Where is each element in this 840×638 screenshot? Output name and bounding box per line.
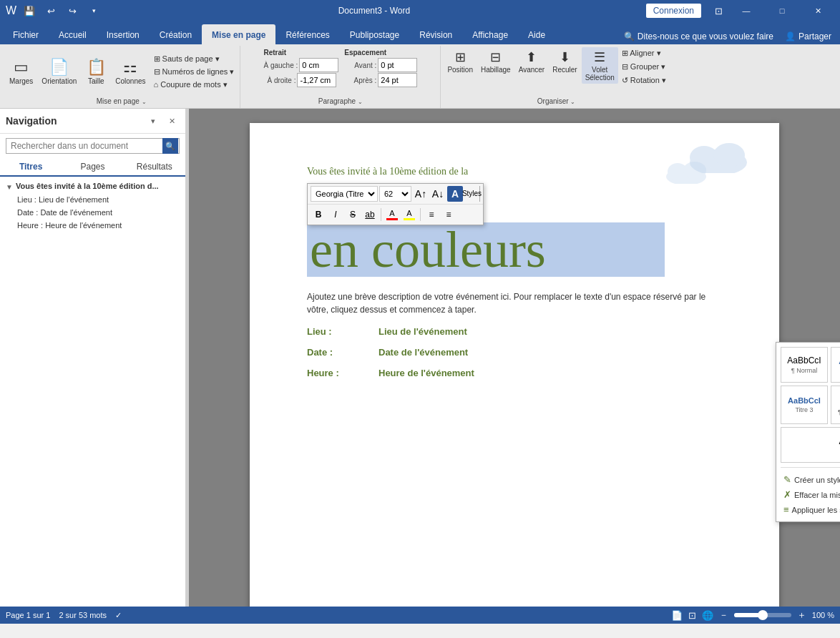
nav-tab-titres[interactable]: Titres	[0, 158, 62, 177]
nav-panel-close[interactable]: ✕	[164, 113, 180, 129]
nav-tab-pages[interactable]: Pages	[62, 158, 123, 175]
navigation-panel: Navigation ▾ ✕ 🔍 Titres Pages Résultats …	[0, 109, 186, 607]
qat-save[interactable]: 💾	[21, 2, 38, 19]
zoom-slider[interactable]	[734, 613, 791, 617]
close-button[interactable]: ✕	[801, 0, 834, 21]
a-gauche-input[interactable]	[299, 58, 338, 72]
taille-button[interactable]: 📋 Taille	[82, 56, 110, 87]
appliquer-styles-action[interactable]: ≡ Appliquer les styles...	[781, 502, 840, 517]
font-shrink-button[interactable]: A↓	[430, 186, 446, 202]
style-titre1[interactable]: AaBbC Titre 1	[831, 347, 840, 383]
nav-tree-item-lieu[interactable]: Lieu : Lieu de l'événement	[0, 193, 185, 206]
styles-button[interactable]: Styles	[464, 186, 480, 202]
tab-publipostage[interactable]: Publipostage	[340, 24, 409, 44]
bullet-list-button[interactable]: ≡	[424, 207, 439, 222]
strikethrough-button[interactable]: S	[345, 207, 361, 222]
qat-redo[interactable]: ↪	[64, 2, 81, 19]
font-grow-button[interactable]: A↑	[413, 186, 429, 202]
font-size-select[interactable]: 62	[379, 186, 411, 202]
doc-title-line2-selected[interactable]: en couleurs	[307, 222, 665, 277]
tab-accueil[interactable]: Accueil	[49, 24, 97, 44]
grouper-button[interactable]: ⊟ Grouper ▾	[619, 61, 669, 73]
zoom-out-button[interactable]: －	[719, 609, 728, 622]
ribbon-search-label: Dites-nous ce que vous voulez faire	[638, 31, 773, 41]
search-icon: 🔍	[624, 31, 635, 41]
nav-panel-menu[interactable]: ▾	[145, 113, 161, 129]
zoom-slider-thumb[interactable]	[758, 610, 768, 620]
tab-insertion[interactable]: Insertion	[97, 24, 150, 44]
underline-button[interactable]: ab	[362, 207, 378, 222]
volet-selection-button[interactable]: ☰ Volet Sélection	[582, 47, 618, 84]
apres-input[interactable]	[378, 73, 417, 87]
tab-references[interactable]: Références	[275, 24, 339, 44]
ribbon-search-box[interactable]: 🔍 Dites-nous ce que vous voulez faire	[618, 29, 779, 44]
zoom-in-button[interactable]: ＋	[797, 609, 806, 622]
position-button[interactable]: ⊞ Position	[444, 47, 477, 76]
italic-button[interactable]: I	[328, 207, 343, 222]
font-family-select[interactable]: Georgia (Titre	[311, 186, 378, 202]
doc-field-date-value[interactable]: Date de l'événement	[379, 347, 468, 358]
nav-search-button[interactable]: 🔍	[162, 138, 178, 154]
connexion-button[interactable]: Connexion	[646, 4, 701, 18]
style-eleve[interactable]: AaBbC Élevé	[781, 427, 840, 463]
colonnes-button[interactable]: ⚏ Colonnes	[112, 56, 149, 87]
proofing-icon[interactable]: ✓	[115, 611, 122, 620]
numbered-list-button[interactable]: ≡	[441, 207, 456, 222]
creer-style-action[interactable]: ✎ Créer un style	[781, 472, 840, 487]
title-bar-right: Connexion ⊡ — □ ✕	[646, 0, 834, 21]
doc-body-text[interactable]: Ajoutez une brève description de votre é…	[307, 290, 722, 316]
avant-input[interactable]	[378, 58, 417, 72]
tab-revision[interactable]: Révision	[409, 24, 462, 44]
style-titre3[interactable]: AaBbCcI Titre 3	[781, 386, 828, 424]
marges-button[interactable]: ▭ Marges	[6, 56, 36, 87]
bold-button[interactable]: B	[311, 207, 326, 222]
qat-dropdown[interactable]: ▾	[85, 2, 102, 19]
rotation-button[interactable]: ↺ Rotation ▾	[619, 74, 669, 87]
style-sous-titre[interactable]: Aa ¶ Sous-titre	[831, 386, 840, 424]
document-area[interactable]: Vous êtes invité à la 10ème édition de l…	[189, 109, 840, 607]
view-normal-icon[interactable]: 📄	[671, 610, 683, 621]
nav-tree-item-date[interactable]: Date : Date de l'événement	[0, 206, 185, 219]
title-bar: W 💾 ↩ ↪ ▾ Document3 - Word Connexion ⊡ —…	[0, 0, 840, 21]
effacer-mise-en-forme-action[interactable]: ✗ Effacer la mise en forme	[781, 487, 840, 502]
tab-mise-en-page[interactable]: Mise en page	[202, 24, 275, 44]
style-normal-label: ¶ Normal	[791, 367, 817, 374]
minimize-button[interactable]: —	[730, 0, 763, 21]
font-color-button[interactable]: A	[384, 207, 400, 222]
nav-search-input[interactable]	[6, 138, 180, 154]
avancer-button[interactable]: ⬆ Avancer	[515, 47, 549, 76]
share-icon: 👤	[785, 31, 796, 41]
habillage-label: Habillage	[481, 66, 511, 74]
nav-tree-item-main[interactable]: ▼ Vous êtes invité à la 10ème édition d.…	[0, 180, 185, 193]
aligner-button[interactable]: ⊞ Aligner ▾	[619, 47, 669, 59]
qat-undo[interactable]: ↩	[42, 2, 59, 19]
view-layout-icon[interactable]: ⊡	[688, 610, 696, 621]
layout-icon[interactable]: ⊡	[710, 2, 727, 19]
doc-field-lieu-value[interactable]: Lieu de l'événement	[379, 326, 467, 337]
numeros-de-lignes-button[interactable]: ⊟ Numéros de lignes ▾	[151, 66, 238, 78]
nav-tree-item-heure[interactable]: Heure : Heure de l'événement	[0, 219, 185, 232]
tab-fichier[interactable]: Fichier	[3, 24, 49, 44]
reculer-button[interactable]: ⬇ Reculer	[549, 47, 580, 76]
highlight-color-button[interactable]: A	[401, 207, 417, 222]
tab-aide[interactable]: Aide	[518, 24, 555, 44]
creer-style-icon: ✎	[783, 474, 791, 485]
coupure-de-mots-button[interactable]: ⌂ Coupure de mots ▾	[151, 79, 238, 91]
doc-field-heure-value[interactable]: Heure de l'événement	[379, 368, 474, 378]
nav-tree-item-lieu-label: Lieu : Lieu de l'événement	[17, 195, 109, 204]
title-bar-left: W 💾 ↩ ↪ ▾	[6, 2, 102, 19]
sauts-de-page-button[interactable]: ⊞ Sauts de page ▾	[151, 53, 238, 65]
a-droite-input[interactable]	[297, 73, 336, 87]
taille-label: Taille	[88, 77, 104, 85]
clear-format-button[interactable]: A	[447, 186, 463, 202]
nav-tree-item-label: Vous êtes invité à la 10ème édition d...	[16, 182, 159, 190]
tab-affichage[interactable]: Affichage	[462, 24, 518, 44]
habillage-button[interactable]: ⊟ Habillage	[477, 47, 514, 76]
partager-button[interactable]: 👤 Partager	[779, 29, 837, 44]
maximize-button[interactable]: □	[766, 0, 799, 21]
orientation-button[interactable]: 📄 Orientation	[38, 56, 80, 87]
nav-tab-resultats[interactable]: Résultats	[124, 158, 185, 175]
view-web-icon[interactable]: 🌐	[702, 610, 713, 621]
tab-creation[interactable]: Création	[150, 24, 202, 44]
style-normal[interactable]: AaBbCcI ¶ Normal	[781, 347, 828, 383]
